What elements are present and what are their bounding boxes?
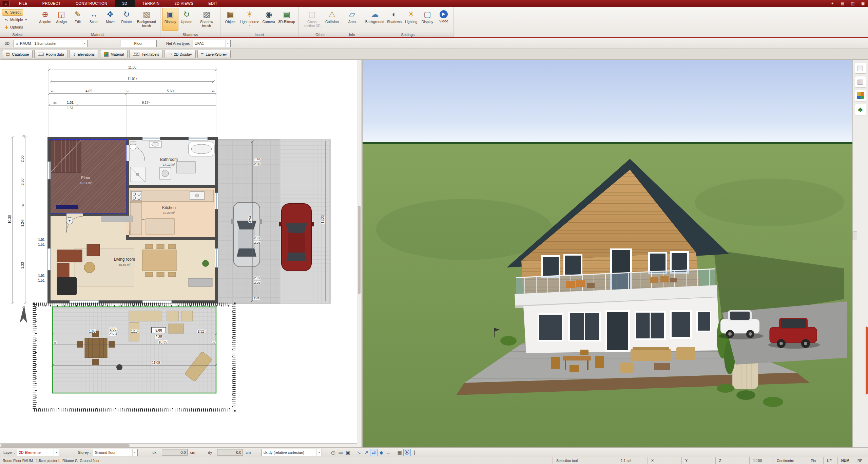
titlebar-icon-3[interactable]: ◫ [849, 1, 856, 6]
cursor-lines-icon[interactable]: ∥ [411, 449, 418, 456]
tab-2d-display[interactable]: ▱ 2D Display [165, 50, 195, 58]
display-panel-icon[interactable]: ▥ [855, 76, 866, 88]
arrow-se-icon[interactable]: ↘ [355, 449, 363, 456]
menu-terrain[interactable]: TERRAIN [135, 0, 167, 7]
dx-input[interactable] [162, 449, 188, 456]
dim-label: 5.00 [155, 329, 162, 332]
screen-icon[interactable]: ▭ [337, 449, 344, 456]
bitmap-3d-button[interactable]: ▤ 3D-Bitmap [277, 8, 296, 31]
room-label-bathroom[interactable]: Bathroom [160, 157, 178, 162]
car-red-2d[interactable] [279, 204, 314, 271]
arrow-ne-icon[interactable]: ↗ [363, 449, 370, 456]
scroll-thumb[interactable] [1, 444, 130, 447]
dim-label: 38 [22, 305, 25, 308]
dy-input[interactable] [217, 449, 243, 456]
rotate-button[interactable]: ↻ Rotate [118, 8, 135, 31]
swap-arrows-icon[interactable]: ⇄ [370, 449, 378, 456]
room-area-floor: 18.14 m² [80, 181, 92, 185]
right-scroll-thumb[interactable] [866, 327, 868, 394]
settings-shadows-button[interactable]: ◐ Shadows [386, 8, 403, 31]
room-label-living[interactable]: Living room [114, 257, 135, 262]
dim-label: 2.50 [21, 179, 24, 185]
room-label-floor[interactable]: Floor [81, 175, 90, 180]
dim-label: 2.86 [254, 162, 260, 166]
coord-mode-combo[interactable]: dx,dy (relative cartesian) ▾ [262, 449, 322, 456]
tab-room-data[interactable]: xxx Room data [34, 50, 67, 58]
dim-label: 11.23 [321, 215, 325, 223]
scroll-thumb[interactable] [358, 206, 361, 294]
assign-button[interactable]: ◲ Assign [53, 8, 70, 31]
select-button[interactable]: ↖ Select [2, 9, 23, 16]
menu-construction[interactable]: CONSTRUCTION [68, 0, 115, 7]
plan-vertical-scrollbar[interactable] [357, 60, 361, 447]
render-icon[interactable]: ▣ [344, 449, 352, 456]
tab-text-labels[interactable]: TXT Text labels [129, 50, 163, 58]
app-icon[interactable]: ⌂ [2, 1, 9, 6]
camera-button[interactable]: ◉ Camera [261, 8, 277, 31]
tab-elevations[interactable]: ↕ Elevations [70, 50, 98, 58]
shadows-update-button[interactable]: ↻ Update [178, 8, 195, 31]
background-label: Background [365, 20, 384, 24]
multiple-select-button[interactable]: ↖ Multiple ▾ [2, 17, 30, 23]
area-button[interactable]: ▱ Area [344, 8, 360, 31]
tab-catalogue[interactable]: ▤ Catalogue [2, 50, 33, 58]
lighting-button[interactable]: ☀ Lighting [403, 8, 419, 31]
dim-label: 83 [54, 101, 57, 105]
ribbon-group-material: ⊕ Acquire ◲ Assign ✎ Edit ↔ Scale ✥ Move… [35, 7, 160, 37]
driveway-3d[interactable] [718, 301, 847, 365]
terrace-garden[interactable] [34, 304, 234, 410]
settings-display-button[interactable]: ▢ Display [419, 8, 436, 31]
menu-file[interactable]: FILE [12, 0, 35, 7]
chevron-down-icon: ▾ [132, 449, 136, 456]
car-silver-2d[interactable] [231, 202, 262, 267]
light-source-button[interactable]: ☀ Light source ▾ [238, 8, 261, 31]
floor-field[interactable]: Floor [120, 40, 157, 47]
titlebar-icon-1[interactable]: ✦ [829, 1, 836, 6]
shadow-brush-button[interactable]: ▨ Shadow brush [195, 8, 218, 31]
plan-horizontal-scrollbar[interactable] [0, 443, 357, 447]
menu-3d[interactable]: 3D [115, 0, 135, 7]
assign-label: Assign [56, 20, 67, 24]
options-button[interactable]: ✚ Options [2, 24, 26, 31]
scale-button[interactable]: ↔ Scale [86, 8, 102, 31]
camera-label: Camera [263, 20, 275, 24]
view3d-canvas[interactable] [363, 60, 852, 447]
titlebar-icon-2[interactable]: ▤ [839, 1, 846, 6]
dim-label: 1.51 [67, 106, 74, 110]
net-area-combo[interactable]: UFA1 ▾ [193, 40, 231, 47]
arrow-left-icon[interactable]: ← [385, 449, 392, 456]
history-icon[interactable]: ◷ [329, 449, 337, 456]
stairs[interactable] [51, 140, 81, 172]
plan-canvas[interactable]: 11.08 11.01⁵ 36 4.65 10 5.60 36 83 1.01 … [0, 60, 357, 443]
panel-collapse-handle[interactable] [852, 231, 857, 240]
plants-panel-icon[interactable]: ♣ [855, 104, 866, 115]
tab-layer-storey[interactable]: ≡ Layer/Storey [197, 50, 231, 58]
storey-combo[interactable]: Ground floor ▾ [93, 449, 138, 456]
storey-label: Storey : [78, 450, 91, 454]
menu-edit[interactable]: EDIT [201, 0, 225, 7]
acquire-button[interactable]: ⊕ Acquire [37, 8, 53, 31]
status-unit[interactable]: Centimetre [773, 457, 807, 464]
room-style-combo[interactable]: ⌂ RAUM - 1.5cm plaster ▾ [14, 40, 88, 47]
background-button[interactable]: ☁ Background [364, 8, 386, 31]
edit-button[interactable]: ✎ Edit [70, 8, 86, 31]
tab-material[interactable]: Material [100, 50, 128, 58]
video-button[interactable]: ▶ Video [436, 8, 452, 31]
status-scale[interactable]: 1:100 [749, 457, 773, 464]
menu-2d-views[interactable]: 2D VIEWS [167, 0, 201, 7]
diamond-snap-icon[interactable]: ◆ [378, 449, 385, 456]
move-button[interactable]: ✥ Move [102, 8, 118, 31]
materials-panel-icon[interactable] [855, 90, 866, 101]
cross-section-3d-button[interactable]: ◫ Cross section 3D [300, 8, 324, 31]
collision-button[interactable]: ⚠ Collision [324, 8, 340, 31]
grid-snap-icon[interactable]: ▦ [396, 449, 403, 456]
layer-combo[interactable]: 2D-Elemente ▾ [17, 449, 59, 456]
background-brush-button[interactable]: ▧ Background brush [135, 8, 158, 31]
shadows-display-button[interactable]: ▣ Display [162, 8, 178, 31]
object-button[interactable]: ▦ Object [222, 8, 238, 31]
reference-icon[interactable]: Ⓡ [403, 449, 411, 456]
titlebar-icon-4[interactable]: ▣ [860, 1, 866, 6]
menu-project[interactable]: PROJECT [35, 0, 68, 7]
layers-panel-icon[interactable]: ▤ [855, 62, 866, 74]
room-label-kitchen[interactable]: Kitchen [162, 205, 176, 210]
